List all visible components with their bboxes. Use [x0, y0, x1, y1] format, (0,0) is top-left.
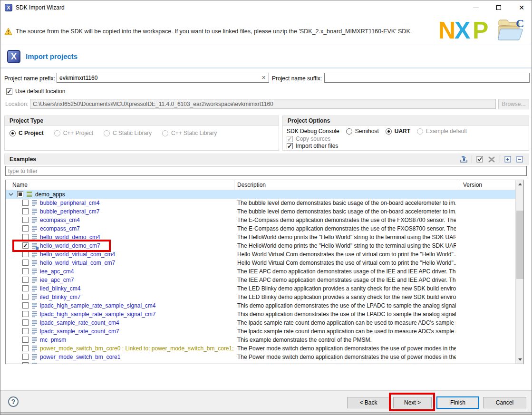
radio-icon[interactable] [10, 130, 16, 136]
row-checkbox[interactable] [22, 362, 29, 364]
vertical-scrollbar[interactable] [515, 180, 523, 364]
table-row[interactable]: iled_blinky_cm7 The LED Blinky demo appl… [6, 293, 523, 301]
table-row[interactable]: power_mode_switch_bm_core1 The Power mod… [6, 353, 523, 361]
next-button[interactable]: Next > [393, 397, 432, 408]
example-name[interactable]: iee_apc_cm7 [40, 277, 74, 283]
group-checkbox[interactable] [17, 191, 23, 197]
row-checkbox[interactable] [22, 277, 29, 283]
example-name[interactable]: hello_world_virtual_com_cm4 [40, 251, 115, 258]
row-checkbox[interactable] [22, 208, 29, 214]
radio-icon[interactable] [386, 128, 392, 135]
row-checkbox[interactable] [22, 319, 29, 326]
finish-button[interactable]: Finish [436, 396, 479, 409]
project-name-prefix-input[interactable] [57, 73, 269, 83]
table-row[interactable]: hello_world_virtual_com_cm4 Hello World … [6, 250, 523, 259]
minimize-button[interactable]: — [466, 0, 485, 15]
table-row[interactable]: mc_pmsm This example demonstrates the co… [6, 336, 523, 344]
table-row[interactable]: lpadc_sample_rate_count_cm7 The lpadc sa… [6, 327, 523, 336]
maximize-button[interactable] [489, 0, 508, 15]
scroll-up-icon[interactable] [516, 180, 524, 188]
close-button[interactable]: ✕ [512, 0, 531, 15]
table-row[interactable]: ecompass_cm7 The E-Compass demo applicat… [6, 224, 523, 233]
example-name[interactable]: iled_blinky_cm7 [40, 294, 80, 300]
select-all-icon[interactable] [476, 155, 484, 163]
example-name[interactable]: lpadc_high_sample_rate_sample_signal_cm4 [40, 302, 156, 309]
row-checkbox[interactable] [22, 225, 29, 232]
row-checkbox[interactable] [22, 234, 29, 240]
example-name[interactable]: bubble_peripheral_cm4 [40, 200, 99, 206]
row-checkbox[interactable] [22, 345, 29, 351]
example-name[interactable]: power_mode_switch_bm_core1 [40, 354, 120, 360]
table-row[interactable]: lpadc_sample_rate_count_cm4 The lpadc sa… [6, 318, 523, 327]
table-row[interactable]: ecompass_cm4 The E-Compass demo applicat… [6, 216, 523, 224]
example-name[interactable]: bubble_peripheral_cm7 [40, 208, 99, 215]
example-name[interactable]: lpadc_sample_rate_count_cm7 [40, 328, 119, 335]
row-checkbox[interactable] [22, 311, 29, 317]
use-default-location-checkbox[interactable] [6, 88, 12, 95]
deselect-all-icon[interactable] [488, 155, 496, 163]
examples-table: Name Description Version demo_apps [5, 180, 524, 364]
radio-icon[interactable] [346, 128, 352, 135]
table-row[interactable]: lpadc_high_sample_rate_sample_signal_cm7… [6, 310, 523, 318]
table-row[interactable]: iee_apc_cm7 The IEE APC demo application… [6, 276, 523, 284]
collapse-all-icon[interactable] [516, 155, 524, 163]
radio-option[interactable]: Semihost [346, 128, 379, 135]
checkbox-icon[interactable] [287, 143, 293, 149]
tree-group-row[interactable]: demo_apps [6, 190, 523, 199]
row-checkbox[interactable] [22, 217, 29, 223]
example-name[interactable]: hello_world_demo_cm4 [40, 234, 100, 241]
row-checkbox[interactable] [22, 251, 29, 257]
example-name[interactable]: hello_world_demo_cm7 [40, 242, 100, 249]
column-header-description[interactable]: Description [237, 182, 266, 188]
table-row[interactable]: lpadc_high_sample_rate_sample_signal_cm4… [6, 301, 523, 310]
group-name[interactable]: demo_apps [35, 191, 65, 198]
row-checkbox[interactable] [22, 285, 29, 291]
example-name[interactable]: ecompass_cm7 [40, 225, 80, 232]
scroll-down-icon[interactable] [516, 356, 524, 364]
checkbox-option[interactable]: Import other files [287, 143, 529, 149]
row-checkbox[interactable] [22, 260, 29, 266]
back-button[interactable]: < Back [347, 397, 390, 408]
use-default-location-option[interactable]: Use default location [6, 88, 65, 95]
table-row[interactable]: hello_world_virtual_com_cm7 Hello World … [6, 259, 523, 267]
table-row[interactable] [6, 361, 523, 364]
example-name[interactable]: power_mode_switch_bm_core0 : Linked to: … [40, 345, 234, 352]
table-row[interactable]: bubble_peripheral_cm4 The bubble level d… [6, 199, 523, 207]
table-row[interactable]: power_mode_switch_bm_core0 : Linked to: … [6, 344, 523, 353]
example-name[interactable]: lpadc_high_sample_rate_sample_signal_cm7 [40, 311, 156, 318]
row-checkbox[interactable] [22, 268, 29, 274]
radio-option[interactable]: UART [386, 128, 410, 135]
row-checkbox[interactable] [22, 200, 29, 206]
row-checkbox[interactable] [22, 302, 29, 309]
row-checkbox[interactable] [22, 328, 29, 334]
column-header-version[interactable]: Version [463, 182, 482, 188]
table-row[interactable]: bubble_peripheral_cm7 The bubble level d… [6, 207, 523, 216]
filter-input[interactable] [5, 166, 527, 176]
table-row[interactable]: iee_apc_cm4 The IEE APC demo application… [6, 267, 523, 276]
radio-option[interactable]: C Project [10, 130, 44, 136]
example-name[interactable]: hello_world_virtual_com_cm7 [40, 260, 115, 266]
row-checkbox[interactable] [22, 294, 29, 300]
help-button[interactable]: ? [8, 396, 19, 407]
example-icon [32, 260, 38, 266]
clear-prefix-icon[interactable]: ✕ [261, 75, 266, 81]
column-header-name[interactable]: Name [12, 182, 28, 188]
import-example-icon[interactable] [460, 155, 468, 163]
radio-option: C Static Library [104, 130, 152, 136]
example-name[interactable]: iee_apc_cm4 [40, 268, 74, 275]
example-name[interactable]: ecompass_cm4 [40, 217, 80, 223]
example-name[interactable]: lpadc_sample_rate_count_cm4 [40, 319, 119, 326]
cancel-button[interactable]: Cancel [483, 397, 526, 408]
table-row[interactable]: hello_world_demo_cm4 The HelloWorld demo… [6, 233, 523, 241]
row-checkbox[interactable] [22, 337, 29, 343]
expand-all-icon[interactable] [504, 155, 512, 163]
chevron-down-icon[interactable] [9, 192, 13, 197]
scrollbar-thumb[interactable] [516, 211, 523, 279]
row-checkbox[interactable] [22, 242, 29, 249]
table-row[interactable]: iled_blinky_cm4 The LED Blinky demo appl… [6, 284, 523, 293]
example-name[interactable]: mc_pmsm [40, 337, 66, 343]
project-name-suffix-input[interactable] [324, 73, 530, 83]
row-checkbox[interactable] [22, 354, 29, 360]
table-row[interactable]: hello_world_demo_cm7 The HelloWorld demo… [6, 241, 523, 250]
example-name[interactable]: iled_blinky_cm4 [40, 285, 80, 292]
